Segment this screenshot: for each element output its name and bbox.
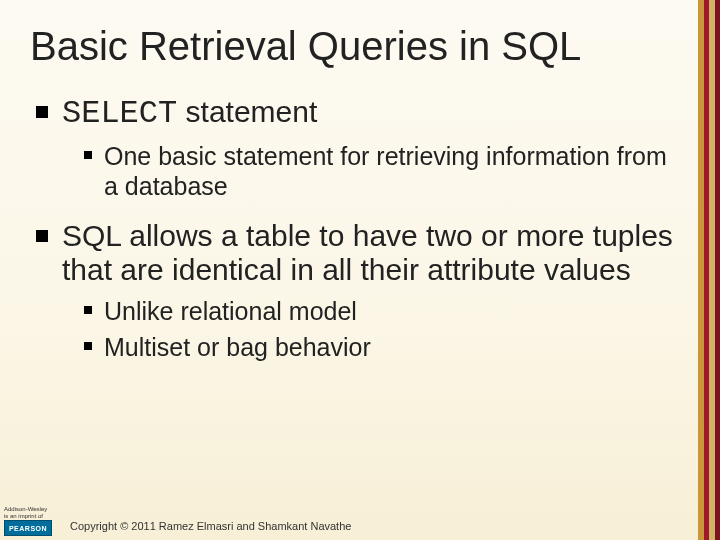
bullet-item-multiset: SQL allows a table to have two or more t… (36, 219, 678, 362)
accent-stripe (698, 0, 720, 540)
select-keyword: SELECT (62, 95, 177, 132)
sub-item: Multiset or bag behavior (84, 332, 678, 362)
sub-list: Unlike relational model Multiset or bag … (84, 296, 678, 362)
bullet-list: SELECT statement One basic statement for… (36, 95, 678, 362)
bullet-item-select: SELECT statement One basic statement for… (36, 95, 678, 201)
footer: Addison-Wesley is an imprint of PEARSON … (0, 506, 720, 540)
logo-line2: is an imprint of (4, 513, 64, 519)
select-rest: statement (177, 95, 317, 128)
sub-list: One basic statement for retrieving infor… (84, 141, 678, 201)
sub-item: One basic statement for retrieving infor… (84, 141, 678, 201)
bullet-text: SQL allows a table to have two or more t… (62, 219, 673, 287)
copyright-text: Copyright © 2011 Ramez Elmasri and Shamk… (70, 520, 351, 532)
pearson-badge: PEARSON (4, 520, 52, 536)
slide-title: Basic Retrieval Queries in SQL (30, 24, 680, 69)
sub-item: Unlike relational model (84, 296, 678, 326)
publisher-logo: Addison-Wesley is an imprint of PEARSON (4, 506, 64, 536)
logo-line1: Addison-Wesley (4, 506, 64, 512)
slide-body: SELECT statement One basic statement for… (36, 95, 678, 380)
slide: Basic Retrieval Queries in SQL SELECT st… (0, 0, 720, 540)
